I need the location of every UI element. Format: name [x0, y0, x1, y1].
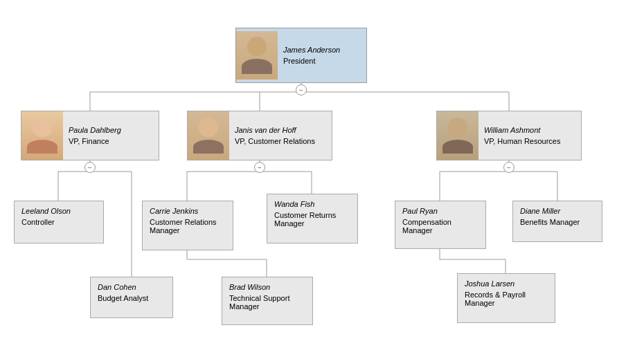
wanda-node: Wanda Fish Customer Returns Manager — [267, 194, 358, 243]
paul-name: Paul Ryan — [402, 207, 478, 215]
janis-photo — [188, 111, 229, 160]
janis-text: Janis van der Hoff VP, Customer Relation… — [229, 122, 332, 149]
joshua-name: Joshua Larsen — [465, 279, 548, 288]
brad-node: Brad Wilson Technical Support Manager — [222, 277, 313, 325]
carrie-node: Carrie Jenkins Customer Relations Manage… — [142, 201, 233, 250]
diane-node: Diane Miller Benefits Manager — [512, 201, 602, 242]
wanda-title: Customer Returns Manager — [274, 211, 350, 228]
paul-node: Paul Ryan Compensation Manager — [395, 201, 486, 249]
paula-node: Paula Dahlberg VP, Finance — [21, 111, 159, 160]
janis-title: VP, Customer Relations — [235, 137, 326, 145]
paula-photo — [21, 111, 63, 160]
collapse-btn-president[interactable]: − — [296, 84, 307, 95]
paul-title: Compensation Manager — [402, 218, 478, 234]
janis-name: Janis van der Hoff — [235, 126, 326, 134]
carrie-name: Carrie Jenkins — [150, 207, 226, 215]
diane-name: Diane Miller — [520, 207, 595, 215]
wanda-name: Wanda Fish — [274, 200, 350, 208]
paula-name: Paula Dahlberg — [69, 126, 153, 134]
william-photo — [437, 111, 478, 160]
org-chart: James Anderson President − Paula Dahlber… — [0, 0, 644, 350]
president-name: James Anderson — [283, 46, 361, 54]
president-node: James Anderson President — [235, 28, 367, 83]
president-photo — [236, 31, 278, 80]
dan-node: Dan Cohen Budget Analyst — [90, 277, 173, 318]
william-name: William Ashmont — [484, 126, 575, 134]
leeland-title: Controller — [21, 218, 96, 226]
brad-title: Technical Support Manager — [229, 294, 305, 311]
dan-name: Dan Cohen — [98, 283, 166, 291]
paula-text: Paula Dahlberg VP, Finance — [63, 122, 159, 149]
collapse-btn-william[interactable]: − — [503, 162, 515, 173]
collapse-btn-janis[interactable]: − — [254, 162, 265, 173]
collapse-btn-paula[interactable]: − — [84, 162, 96, 173]
diane-title: Benefits Manager — [520, 218, 595, 226]
paula-title: VP, Finance — [69, 137, 153, 145]
joshua-node: Joshua Larsen Records & Payroll Manager — [457, 273, 555, 323]
carrie-title: Customer Relations Manager — [150, 218, 226, 234]
joshua-title: Records & Payroll Manager — [465, 291, 548, 307]
leeland-name: Leeland Olson — [21, 207, 96, 215]
brad-name: Brad Wilson — [229, 283, 305, 291]
janis-node: Janis van der Hoff VP, Customer Relation… — [187, 111, 332, 160]
william-text: William Ashmont VP, Human Resources — [478, 122, 581, 149]
leeland-node: Leeland Olson Controller — [14, 201, 104, 243]
president-title: President — [283, 57, 361, 65]
dan-title: Budget Analyst — [98, 294, 166, 302]
president-text: James Anderson President — [278, 42, 366, 69]
william-node: William Ashmont VP, Human Resources — [436, 111, 582, 160]
william-title: VP, Human Resources — [484, 137, 575, 145]
